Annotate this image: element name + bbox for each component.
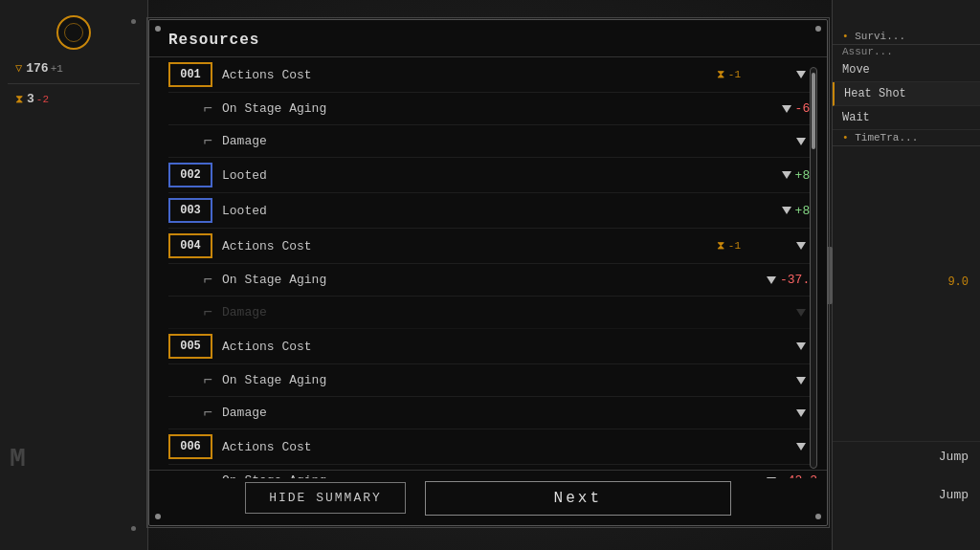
- row-indent: ⌐: [168, 134, 212, 149]
- row-label: Damage: [222, 134, 750, 148]
- table-row: ⌐ On Stage Aging 0: [168, 364, 817, 397]
- right-panel: • Survi... Assur... Move Heat Shot Wait …: [832, 0, 980, 550]
- right-item-assur: Assur...: [833, 45, 980, 58]
- dialog-footer: HIDE SUMMARY Next: [149, 470, 827, 525]
- row-value: +80: [750, 168, 817, 183]
- triangle-icon: [782, 105, 791, 113]
- right-action-move[interactable]: Move: [833, 58, 980, 82]
- row-value: 0: [750, 340, 817, 354]
- table-row: 005 Actions Cost 0: [168, 329, 817, 364]
- row-label: Looted: [222, 168, 750, 183]
- scrollbar[interactable]: [810, 67, 817, 469]
- right-timetra: • TimeTra...: [833, 130, 980, 146]
- table-row: ⌐ Damage 0: [168, 125, 817, 158]
- row-label: Actions Cost: [222, 68, 717, 82]
- triangle-icon: [796, 242, 806, 250]
- jump-label-2[interactable]: Jump: [833, 488, 980, 502]
- triangle-icon: [796, 138, 806, 145]
- triangle-icon: [796, 309, 806, 317]
- hide-summary-button[interactable]: HIDE SUMMARY: [245, 482, 406, 514]
- row-indent: ⌐: [168, 373, 212, 388]
- jump-label-1[interactable]: Jump: [833, 441, 980, 464]
- triangle-icon: [782, 171, 791, 179]
- row-value: 0: [750, 305, 817, 319]
- row-indent: ⌐: [168, 305, 212, 320]
- right-action-heatshot[interactable]: Heat Shot: [833, 82, 980, 106]
- table-row: ⌐ Damage 0: [168, 397, 817, 429]
- left-letter-m: M: [10, 444, 26, 473]
- right-value-label: 9.0: [947, 275, 969, 289]
- triangle-icon: [796, 342, 806, 350]
- row-label: Actions Cost: [222, 239, 717, 253]
- row-id-badge: 006: [168, 434, 212, 459]
- row-indent: ⌐: [168, 273, 212, 288]
- corner-dot-br: [131, 526, 136, 531]
- table-row: ⌐ Damage 0: [168, 297, 817, 329]
- row-indent: ⌐: [168, 406, 212, 421]
- row-id-badge: 002: [168, 163, 212, 187]
- corner-dot-tr: [131, 19, 136, 24]
- divider-1: [8, 83, 140, 84]
- row-value: 0: [750, 373, 817, 387]
- row-label: Damage: [222, 305, 750, 319]
- row-value: 0: [750, 406, 817, 420]
- left-panel: ▽ 176 +1 ⧗ 3 -2 M: [0, 0, 148, 550]
- dialog-content: 001 Actions Cost ⧗ -1 0 ⌐ On Stage Aging…: [149, 57, 827, 478]
- hourglass-icon: ⧗ -1: [717, 239, 741, 253]
- table-area: 001 Actions Cost ⧗ -1 0 ⌐ On Stage Aging…: [149, 57, 827, 478]
- row-value: 0: [750, 68, 817, 82]
- row-label: On Stage Aging: [222, 101, 750, 116]
- row-label: Actions Cost: [222, 340, 750, 354]
- row-label: On Stage Aging: [222, 273, 750, 287]
- row-label: Looted: [222, 204, 750, 218]
- dialog-corner-tr: [815, 26, 821, 32]
- table-row: ⌐ On Stage Aging -37.1: [168, 264, 817, 297]
- right-panel-title: • Survi...: [833, 29, 980, 45]
- row-label: Actions Cost: [222, 440, 750, 454]
- table-row: 006 Actions Cost 0: [168, 429, 817, 465]
- row-indent: ⌐: [168, 101, 212, 117]
- triangle-icon: [796, 443, 806, 451]
- counter-display-1: ▽ 176 +1: [8, 57, 140, 79]
- triangle-icon: [796, 409, 806, 417]
- row-value: -37.1: [750, 273, 817, 287]
- table-row: ⌐ On Stage Aging -64: [168, 93, 817, 125]
- table-row: 003 Looted +80: [168, 193, 817, 229]
- dialog-corner-tl: [155, 26, 161, 32]
- row-value: 0: [750, 440, 817, 454]
- row-label: Damage: [222, 406, 750, 420]
- right-action-wait[interactable]: Wait: [833, 106, 980, 130]
- triangle-icon: [782, 207, 791, 214]
- dialog-title: Resources: [149, 20, 827, 57]
- row-id-badge: 001: [168, 62, 212, 87]
- row-label: On Stage Aging: [222, 373, 750, 387]
- row-id-badge: 005: [168, 334, 212, 359]
- triangle-icon: [796, 377, 806, 385]
- row-value: 0: [750, 239, 817, 253]
- row-id-badge: 004: [168, 233, 212, 258]
- table-row: 001 Actions Cost ⧗ -1 0: [168, 57, 817, 93]
- row-value: +80: [750, 204, 817, 218]
- next-button[interactable]: Next: [425, 481, 731, 516]
- hourglass-icon: ⧗ -1: [717, 68, 741, 81]
- row-value: -64: [750, 101, 817, 116]
- triangle-icon: [767, 276, 776, 284]
- triangle-icon: [796, 71, 806, 78]
- row-value: 0: [750, 134, 817, 148]
- table-row: 004 Actions Cost ⧗ -1 0: [168, 229, 817, 264]
- row-id-badge: 003: [168, 198, 212, 223]
- table-row: 002 Looted +80: [168, 158, 817, 193]
- counter-display-2: ⧗ 3 -2: [8, 88, 140, 110]
- resources-dialog: Resources 001 Actions Cost ⧗ -1 0 ⌐ On S…: [148, 19, 828, 526]
- scrollbar-thumb[interactable]: [812, 73, 815, 149]
- circle-emblem: [56, 15, 91, 50]
